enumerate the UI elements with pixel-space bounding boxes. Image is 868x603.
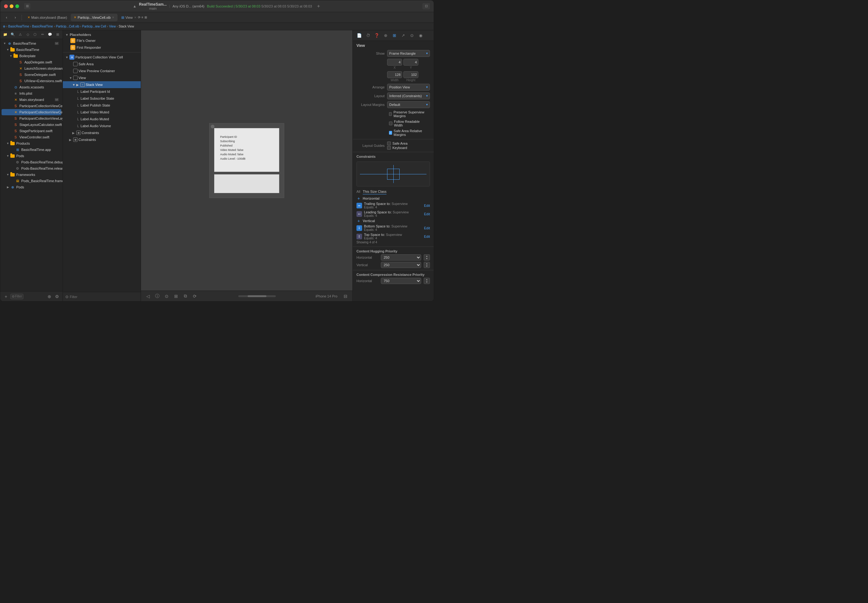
tree-item-mainstoryboard[interactable]: ✕ Main.storyboard M [2, 97, 61, 103]
tree-arrow-root[interactable]: ▼ [3, 42, 6, 45]
nav-forward-button[interactable]: › [12, 14, 19, 21]
tree-item-assets[interactable]: ⊙ Assets.xcassets [2, 84, 61, 90]
close-button[interactable] [4, 5, 8, 8]
folder-nav-button[interactable]: 📁 [2, 32, 8, 37]
canvas-scrollbar-thumb[interactable] [248, 295, 267, 297]
canvas-content[interactable]: Participant ID Subscribing Published Vid… [141, 30, 352, 291]
breadcrumb-item-5[interactable]: Particip...iew Cell [82, 25, 106, 28]
h-priority-select[interactable]: 250 [381, 254, 421, 261]
inspector-tab-bindings[interactable]: ⊙ [408, 32, 416, 40]
checkbox-safe-area-margins[interactable]: ✓ Safe Area Relative Margins [389, 129, 426, 136]
outline-safe-area[interactable]: Safe Area [63, 60, 141, 68]
inspector-tab-identity[interactable]: ❓ [373, 32, 381, 40]
debug-nav-button[interactable]: ⬡ [32, 32, 39, 37]
history-nav-button[interactable]: ⊞ [54, 32, 60, 37]
search-nav-button[interactable]: 🔍 [10, 32, 16, 37]
outline-stack-view[interactable]: ▼ ▶ ≡ Stack View [63, 81, 141, 88]
tree-arrow-products[interactable]: ▼ [6, 142, 10, 145]
breadcrumb-item-4[interactable]: Particip...Cell.xib [56, 25, 79, 28]
canvas-orientation-button[interactable]: ⟳ [191, 293, 198, 300]
tree-arrow-pods[interactable]: ▶ [6, 186, 10, 189]
outline-view-preview-container[interactable]: View Preview Container [63, 68, 141, 74]
tree-item-launchscreen[interactable]: ✕ LaunchScreen.storyboard [2, 65, 61, 71]
y-input[interactable] [403, 59, 418, 66]
outline-label-audio-volume[interactable]: L Label Audio Volume [63, 122, 141, 129]
bottom-edit-button[interactable]: Edit [424, 226, 430, 230]
inspector-tab-effects[interactable]: ◉ [417, 32, 425, 40]
checkbox-safe-area-lg[interactable]: Safe Area [387, 142, 430, 145]
breadcrumb-item-3[interactable]: BasicRealTime [32, 25, 53, 28]
placeholders-arrow[interactable]: ▼ [65, 33, 68, 37]
add-file-button[interactable]: + [3, 294, 9, 299]
tree-item-participantlayout[interactable]: S ParticipantCollectionViewLayout.swift [2, 115, 61, 122]
h-compression-select[interactable]: 750 [381, 278, 421, 284]
keyboard-checkbox[interactable] [387, 146, 391, 150]
canvas-info-button[interactable]: ⓘ [153, 293, 161, 300]
tree-item-scenedelegate[interactable]: S SceneDelegate.swift [2, 71, 61, 78]
height-input[interactable] [403, 71, 418, 78]
constraint-tab-size-class[interactable]: This Size Class [363, 189, 386, 194]
show-select[interactable]: Frame Rectangle [387, 50, 430, 57]
tree-item-participantcell-swift[interactable]: S ParticipantCollectionViewCell.swift M [2, 103, 61, 109]
tree-item-pods-group[interactable]: ▼ Pods [2, 153, 61, 159]
x-input[interactable] [387, 59, 402, 66]
inspector-tab-quick-help[interactable]: ⏱ [364, 32, 372, 40]
tree-item-root[interactable]: ▼ ⊕ BasicRealTime M [2, 40, 61, 46]
outline-constraints-view[interactable]: ▶ ⊞ Constraints [63, 136, 141, 143]
view-arrow[interactable]: ▼ [69, 76, 72, 80]
breadcrumb-item-6[interactable]: View [109, 25, 116, 28]
canvas-back-button[interactable]: ◁ [144, 293, 152, 300]
preserve-superview-checkbox[interactable] [389, 112, 392, 116]
trailing-edit-button[interactable]: Edit [424, 204, 430, 207]
tab-view[interactable]: ▤ View ✕ ⟳ ≡ ⊞ [118, 14, 150, 21]
outline-first-responder[interactable]: ① First Responder [63, 44, 141, 51]
tree-item-pods-debug[interactable]: ⚙ Pods-BasicRealTime.debug.xcconfig [2, 159, 61, 165]
stackview-arrow[interactable]: ▼ [72, 83, 75, 87]
tab-particip-viewcell[interactable]: ✕ Particip...ViewCell.xib ✕ [71, 14, 118, 21]
outline-label-publish-state[interactable]: L Label Publish State [63, 102, 141, 109]
sidebar-toggle-button[interactable]: ⊞ [24, 3, 30, 9]
canvas-grid-button[interactable]: ⊞ [172, 293, 180, 300]
tree-item-viewcontroller[interactable]: S ViewController.swift [2, 134, 61, 140]
tree-item-pods-framework[interactable]: 🏛 Pods_BasicRealTime.framework [2, 178, 61, 184]
canvas-device-button[interactable]: ⧉ [182, 293, 189, 300]
outline-label-audio-muted[interactable]: L Label Audio Muted [63, 116, 141, 122]
h-compression-stepper[interactable]: ▲ ▼ [424, 278, 430, 284]
maximize-button[interactable] [16, 5, 19, 8]
tree-arrow-frameworks[interactable]: ▼ [6, 173, 10, 176]
inspector-tab-connections[interactable]: ↗ [399, 32, 407, 40]
tree-arrow-boilerplate[interactable]: ▼ [9, 54, 13, 57]
outline-participant-cell[interactable]: ▼ ⊞ Participant Collection View Cell [63, 54, 141, 60]
tree-item-stageparticipant[interactable]: S StageParticipant.swift [2, 128, 61, 134]
tree-arrow-basic[interactable]: ▼ [6, 48, 10, 51]
top-edit-button[interactable]: Edit [424, 235, 430, 238]
safe-area-margins-checkbox[interactable]: ✓ [389, 131, 392, 135]
safe-area-lg-checkbox[interactable] [387, 142, 391, 145]
vertical-plus-button[interactable]: + [356, 219, 361, 223]
outline-filter-input[interactable] [70, 295, 138, 299]
canvas-settings-button[interactable]: ⊙ [163, 293, 170, 300]
h-priority-stepper[interactable]: ▲ ▼ [424, 254, 430, 261]
options-button[interactable]: ⚙ [54, 294, 60, 299]
tree-arrow-pods-group[interactable]: ▼ [6, 155, 10, 158]
outline-label-subscribe-state[interactable]: L Label Subscribe State [63, 95, 141, 102]
layout-select[interactable]: Inferred (Constraints) [387, 93, 430, 99]
outline-view[interactable]: ▼ View [63, 74, 141, 81]
tree-item-app[interactable]: ⊞ BasicRealTime.app [2, 147, 61, 153]
breadcrumb-item-1[interactable]: ⊕ [3, 25, 5, 28]
outline-label-participant-id[interactable]: L Label Participant Id [63, 88, 141, 95]
tab-main-storyboard[interactable]: ✕ Main.storyboard (Base) [25, 14, 70, 21]
checkbox-readable-width[interactable]: Follow Readable Width [389, 120, 426, 127]
nav-back-button[interactable]: ‹ [3, 14, 10, 21]
scheme-selector[interactable]: Any iOS D... (arm64) [173, 5, 205, 8]
tests-nav-button[interactable]: ◇ [25, 32, 31, 37]
canvas-zoom-out-button[interactable]: ⊟ [342, 293, 349, 300]
v-priority-stepper[interactable]: ▲ ▼ [424, 262, 430, 268]
tab-close-icon[interactable]: ✕ [112, 16, 115, 19]
v-priority-select[interactable]: 250 [381, 262, 421, 268]
issues-nav-button[interactable]: ⚠ [17, 32, 23, 37]
add-tab-button[interactable]: + [317, 3, 320, 9]
tree-item-appdelegate[interactable]: S AppDelegate.swift [2, 59, 61, 65]
outline-constraints-stackview[interactable]: ▶ ⊞ Constraints [63, 129, 141, 136]
outline-label-video-muted[interactable]: L Label Video Muted [63, 109, 141, 116]
